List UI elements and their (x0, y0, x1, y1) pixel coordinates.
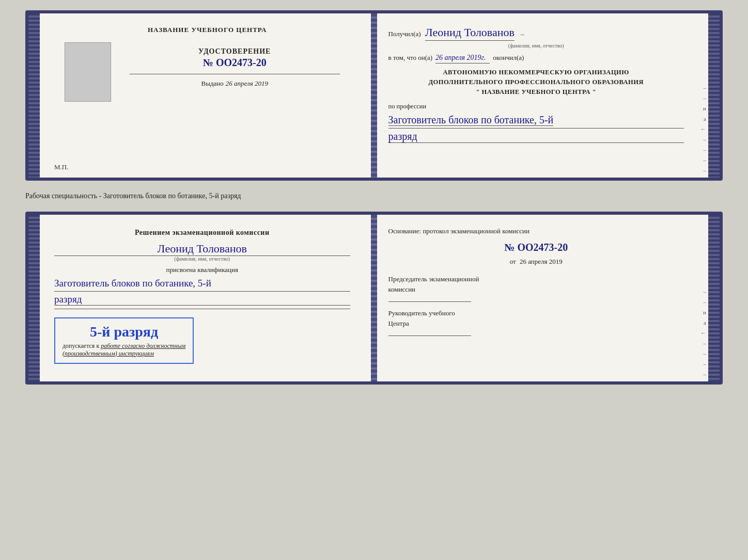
po-professii-label: по профессии (388, 103, 684, 110)
poluchil-line: Получил(а) Леонид Толованов – (388, 26, 684, 41)
okonchil-label: окончил(а) (493, 54, 524, 62)
separator-line-1 (130, 74, 340, 74)
card1-inner: НАЗВАНИЕ УЧЕБНОГО ЦЕНТРА УДОСТОВЕРЕНИЕ №… (40, 13, 708, 178)
separator-2 (54, 309, 350, 309)
card1-left: НАЗВАНИЕ УЧЕБНОГО ЦЕНТРА УДОСТОВЕРЕНИЕ №… (40, 13, 365, 178)
recipient-name-2: Леонид Толованов (54, 242, 350, 256)
rukovoditel-block: Руководитель учебного Центра (388, 308, 684, 336)
completion-date: 26 апреля 2019г. (435, 54, 490, 63)
rukovoditel-line1: Руководитель учебного (388, 309, 455, 317)
dopuskaetsya-label: допускается к (63, 342, 99, 349)
org-line2: ДОПОЛНИТЕЛЬНОГО ПРОФЕССИОНАЛЬНОГО ОБРАЗО… (388, 77, 684, 87)
org-name-line: " НАЗВАНИЕ УЧЕБНОГО ЦЕНТРА " (388, 87, 684, 97)
razryad-text-2: разряд (54, 294, 350, 306)
udostoverenie-block: УДОСТОВЕРЕНИЕ № OO2473-20 (130, 47, 340, 69)
org-quote-close: " (593, 88, 596, 95)
training-center-header: НАЗВАНИЕ УЧЕБНОГО ЦЕНТРА (65, 26, 350, 34)
predsedatel-block: Председатель экзаменационной комиссии (388, 274, 684, 302)
org-quote-open: " (476, 88, 479, 95)
document-card-1: НАЗВАНИЕ УЧЕБНОГО ЦЕНТРА УДОСТОВЕРЕНИЕ №… (25, 10, 723, 181)
ot-prefix: от (510, 258, 516, 265)
rabote-label: работе согласно должностным (101, 342, 185, 349)
osnovaniye-text: Основание: протокол экзаменационной коми… (388, 227, 684, 235)
predsedatel-label: Председатель экзаменационной комиссии (388, 274, 684, 294)
right-binding-strip-2 (708, 215, 720, 381)
side-dash-2: – (704, 95, 707, 101)
rukovoditel-signature-line (388, 335, 471, 336)
card2-right: Основание: протокол экзаменационной коми… (374, 215, 699, 381)
side-dash-5: – (704, 157, 707, 163)
side-dash-4: – (704, 147, 707, 153)
caption-text: Рабочая специальность - Заготовитель бло… (25, 190, 723, 202)
side-letter-a: а (704, 116, 706, 122)
udostoverenie-title: УДОСТОВЕРЕНИЕ (130, 47, 340, 56)
side-notes-right-2: – – и а ← – – – – (698, 215, 708, 381)
document-card-2: Решением экзаменационной комиссии Леонид… (25, 212, 723, 385)
decision-header: Решением экзаменационной комиссии (54, 227, 350, 238)
ot-line: от 26 апреля 2019 (388, 258, 684, 266)
mp-label: М.П. (54, 163, 68, 171)
udostoverenie-number: № OO2473-20 (130, 57, 340, 69)
org-name: НАЗВАНИЕ УЧЕБНОГО ЦЕНТРА (481, 88, 590, 95)
predsedatel-signature-line (388, 301, 471, 302)
right-binding-strip (708, 13, 720, 178)
vydano-date: 26 апреля 2019 (226, 79, 268, 87)
left-binding-strip (28, 13, 40, 178)
stamp-razryad: 5-й разряд (63, 324, 185, 340)
side-dash-r1: – (704, 289, 707, 295)
fio-label-1: (фамилия, имя, отчество) (388, 43, 684, 49)
instruktsiyam-label: (производственным) инструкциям (63, 350, 185, 358)
side-letter-i: и (703, 105, 706, 111)
side-dash-r4: – (704, 350, 707, 357)
page-wrapper: НАЗВАНИЕ УЧЕБНОГО ЦЕНТРА УДОСТОВЕРЕНИЕ №… (25, 10, 723, 385)
vydano-line: Выдано26 апреля 2019 (130, 79, 340, 88)
side-dash-r2: – (704, 299, 707, 305)
rukovoditel-line2: Центра (388, 319, 409, 327)
predsedatel-line1: Председатель экзаменационной (388, 275, 479, 283)
left-binding-strip-2 (28, 215, 40, 381)
org-block: АВТОНОМНУЮ НЕКОММЕРЧЕСКУЮ ОРГАНИЗАЦИЮ ДО… (388, 68, 684, 97)
side-notes-right: – – и а ← – – – – (698, 13, 708, 178)
razryad-text: разряд (388, 131, 684, 143)
side-letter-i2: и (703, 309, 706, 315)
ot-date: 26 апреля 2019 (520, 258, 563, 265)
protocol-number: № OO2473-20 (388, 242, 684, 253)
side-letter-a2: а (704, 319, 706, 326)
side-dash-r5: – (704, 361, 707, 367)
card2-inner: Решением экзаменационной комиссии Леонид… (40, 215, 708, 381)
vtom-prefix: в том, что он(а) (388, 54, 433, 62)
vydano-label: Выдано (201, 79, 224, 87)
poluchil-label: Получил(а) (388, 30, 421, 38)
rukovoditel-label: Руководитель учебного Центра (388, 308, 684, 328)
side-dash-r3: – (704, 340, 707, 346)
qualification-text: Заготовитель блоков по ботанике, 5-й (54, 276, 350, 292)
photo-placeholder (65, 42, 111, 102)
recipient-name: Леонид Толованов (425, 26, 515, 41)
fio-label-2: (фамилия, имя, отчество) (54, 256, 350, 262)
side-arrow: ← (700, 126, 706, 132)
prisvoena-text: присвоена квалификация (54, 266, 350, 274)
card1-right: Получил(а) Леонид Толованов – (фамилия, … (374, 13, 699, 178)
card2-left: Решением экзаменационной комиссии Леонид… (40, 215, 365, 381)
predsedatel-line2: комиссии (388, 285, 416, 293)
vtom-line: в том, что он(а) 26 апреля 2019г. окончи… (388, 54, 684, 63)
side-dash-1: – (704, 85, 707, 91)
stamp-box: 5-й разряд допускается к работе согласно… (54, 317, 194, 364)
side-dash-6: – (704, 167, 707, 173)
side-dash-3: – (704, 136, 707, 142)
org-line1: АВТОНОМНУЮ НЕКОММЕРЧЕСКУЮ ОРГАНИЗАЦИЮ (388, 68, 684, 77)
side-arrow2: ← (700, 330, 706, 336)
side-dash-r6: – (704, 371, 707, 377)
profession-line (388, 128, 684, 129)
profession-text: Заготовитель блоков по ботанике, 5-й (388, 114, 554, 126)
stamp-dopuskaetsya: допускается к работе согласно должностны… (63, 342, 185, 350)
